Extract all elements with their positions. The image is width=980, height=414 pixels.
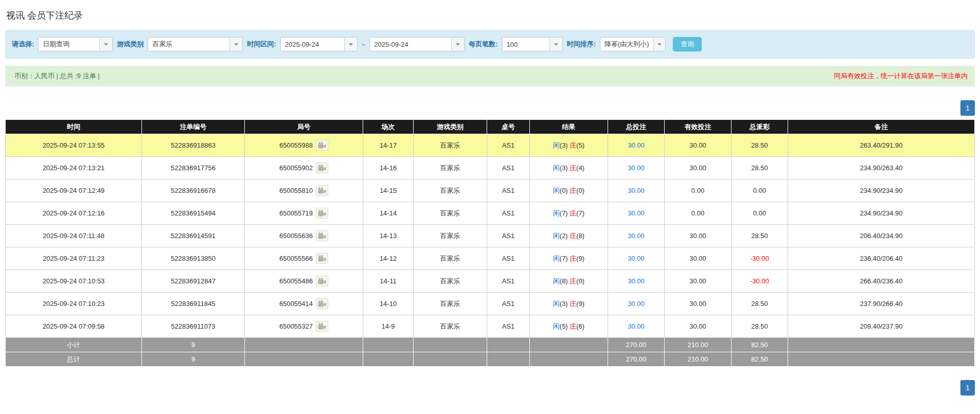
player-result-label: 闲 [553, 232, 560, 240]
total-bet-link[interactable]: 30.00 [628, 187, 645, 194]
page-1-button[interactable]: 1 [960, 100, 975, 116]
cell-note: 237.90/266.40 [788, 293, 975, 315]
cell-result: 闲(7) 庄(7) [530, 202, 608, 225]
video-replay-button[interactable] [316, 298, 328, 309]
chevron-down-icon[interactable] [344, 38, 357, 51]
cell-round-id: 650055902 [245, 157, 363, 179]
cell-payout: -30.00 [732, 270, 788, 293]
totals-empty-table-id [487, 338, 530, 352]
video-replay-button[interactable] [316, 140, 328, 151]
cell-note: 266.40/236.40 [788, 270, 975, 293]
video-replay-button[interactable] [316, 163, 328, 173]
total-bet-link[interactable]: 30.00 [628, 255, 645, 262]
cell-table-id: AS1 [487, 270, 530, 293]
cell-bet-id: 522836915494 [142, 202, 245, 225]
cell-valid-bet: 30.00 [665, 157, 732, 179]
cell-game-type: 百家乐 [414, 315, 487, 338]
game-type-value: 百家乐 [148, 38, 229, 51]
player-result-count: (3) [560, 164, 568, 172]
total-bet-link[interactable]: 30.00 [628, 141, 645, 149]
game-type-select[interactable]: 百家乐 [148, 37, 243, 51]
video-replay-button[interactable] [316, 208, 328, 219]
cell-valid-bet: 0.00 [665, 179, 732, 202]
cell-valid-bet: 30.00 [665, 315, 732, 338]
records-table: 时间注单编号局号场次游戏类别桌号结果总投注有效投注总派彩备注2025-09-24… [5, 119, 975, 367]
page-title: 视讯 会员下注纪录 [6, 9, 975, 22]
total-bet-link[interactable]: 30.00 [628, 277, 645, 285]
cell-note: 234.90/263.40 [788, 157, 975, 179]
chevron-down-icon[interactable] [99, 38, 112, 51]
total-bet-link[interactable]: 30.00 [628, 322, 645, 330]
total-bet-link[interactable]: 30.00 [628, 300, 645, 308]
cell-round-id: 650055566 [245, 247, 363, 270]
cell-session: 14-10 [363, 293, 414, 315]
chevron-down-icon[interactable] [451, 38, 464, 51]
banker-result-count: (9) [576, 255, 584, 262]
table-row: 2025-09-24 07:12:49522836916678650055810… [6, 179, 975, 202]
cell-game-type: 百家乐 [414, 134, 487, 157]
sort-order-select[interactable]: 降幂(由大到小) [600, 37, 666, 51]
player-result-label: 闲 [553, 187, 560, 194]
cell-time: 2025-09-24 07:12:16 [6, 202, 142, 225]
column-header: 结果 [530, 120, 608, 134]
table-row: 2025-09-24 07:10:53522836912847650055486… [6, 270, 975, 293]
totals-empty-result [530, 338, 608, 352]
player-result-label: 闲 [553, 209, 560, 217]
round-id-wrap: 650055414 [279, 298, 328, 309]
cell-total-bet: 30.00 [608, 179, 665, 202]
date-from-select[interactable]: 2025-09-24 [280, 37, 358, 51]
total-bet-link[interactable]: 30.00 [628, 232, 645, 240]
page-size-value: 100 [503, 38, 549, 51]
cell-bet-id: 522836914591 [142, 225, 245, 247]
cell-table-id: AS1 [487, 225, 530, 247]
chevron-down-icon[interactable] [653, 38, 665, 51]
cell-bet-id: 522836913850 [142, 247, 245, 270]
video-replay-button[interactable] [316, 276, 328, 286]
banker-result-count: (5) [576, 141, 584, 149]
cell-session: 14-15 [363, 179, 414, 202]
cell-valid-bet: 30.00 [665, 293, 732, 315]
date-to-select[interactable]: 2025-09-24 [369, 37, 465, 51]
totals-label: 小计 [6, 338, 142, 352]
total-bet-link[interactable]: 30.00 [628, 164, 645, 172]
video-replay-button[interactable] [316, 321, 328, 332]
sort-order-value: 降幂(由大到小) [600, 38, 653, 51]
cell-note: 234.90/234.90 [788, 179, 975, 202]
cell-time: 2025-09-24 07:13:55 [6, 134, 142, 157]
totals-empty-game-type [414, 352, 487, 367]
table-row: 2025-09-24 07:12:16522836915494650055719… [6, 202, 975, 225]
cell-valid-bet: 30.00 [665, 247, 732, 270]
query-type-value: 日期查询 [39, 38, 99, 51]
banker-result-label: 庄 [569, 209, 576, 217]
cell-game-type: 百家乐 [414, 247, 487, 270]
cell-time: 2025-09-24 07:10:53 [6, 270, 142, 293]
page-1-button[interactable]: 1 [960, 380, 975, 395]
banker-result-label: 庄 [569, 141, 576, 149]
video-replay-button[interactable] [316, 253, 328, 264]
cell-table-id: AS1 [487, 134, 530, 157]
query-type-select[interactable]: 日期查询 [38, 37, 113, 51]
banker-result-label: 庄 [569, 187, 576, 194]
cell-total-bet: 30.00 [608, 225, 665, 247]
cell-payout: 28.50 [732, 293, 788, 315]
chevron-down-icon[interactable] [229, 38, 242, 51]
player-result-label: 闲 [553, 322, 560, 330]
totals-label: 总计 [6, 352, 142, 367]
player-result-label: 闲 [553, 255, 560, 262]
video-replay-button[interactable] [316, 230, 328, 241]
cell-round-id: 650055988 [245, 134, 363, 157]
cell-total-bet: 30.00 [608, 293, 665, 315]
pagination-top: 1 [5, 100, 975, 116]
chevron-down-icon[interactable] [549, 38, 562, 51]
cell-time: 2025-09-24 07:11:23 [6, 247, 142, 270]
video-replay-button[interactable] [316, 185, 328, 196]
date-from-value: 2025-09-24 [281, 38, 344, 51]
column-header: 注单编号 [142, 120, 245, 134]
totals-empty-session [363, 338, 414, 352]
page-size-label: 每页笔数: [469, 40, 497, 49]
page-size-select[interactable]: 100 [502, 37, 563, 51]
column-header: 总派彩 [732, 120, 788, 134]
total-bet-link[interactable]: 30.00 [628, 209, 645, 217]
search-button[interactable]: 查询 [673, 37, 702, 51]
banker-result-count: (6) [576, 322, 584, 330]
